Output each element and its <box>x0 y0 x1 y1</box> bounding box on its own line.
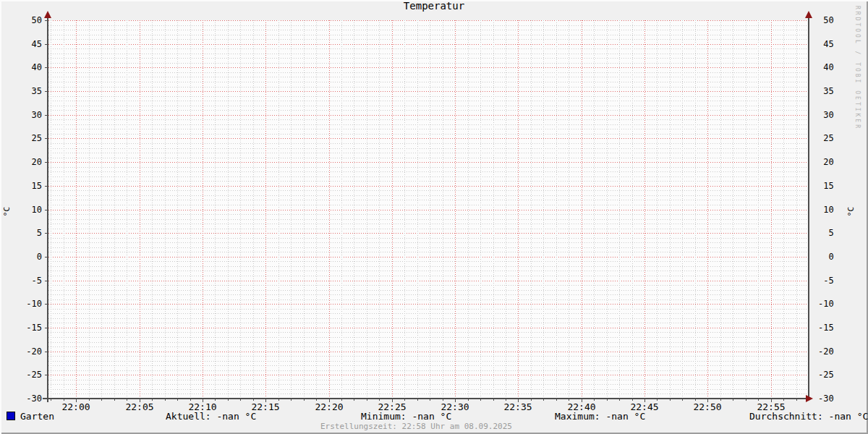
x-axis-tick <box>316 399 317 401</box>
gridline <box>468 20 469 399</box>
gridline <box>543 20 544 399</box>
y-tick-label-left: 10 <box>14 204 42 216</box>
stat-durchschnitt: Durchschnitt: -nan °C <box>749 411 868 422</box>
gridline <box>265 20 266 399</box>
y-tick-label-right: -10 <box>818 298 851 310</box>
x-axis-tick <box>569 399 569 401</box>
x-axis-tick <box>392 399 393 402</box>
x-axis-tick <box>329 399 330 402</box>
x-axis-tick <box>278 399 279 401</box>
x-axis-tick <box>291 399 292 401</box>
y-tick-label-left: -25 <box>14 369 42 380</box>
x-axis-tick <box>582 399 582 402</box>
gridline <box>518 20 519 399</box>
y-tick-label-left: 25 <box>14 132 42 144</box>
x-axis-tick <box>695 399 696 401</box>
gridline <box>657 20 658 399</box>
y-tick-label-right: 15 <box>818 180 851 192</box>
x-axis-tick <box>518 399 519 402</box>
stat-aktuell: Aktuell: -nan °C <box>166 411 256 422</box>
y-axis-line-right <box>808 17 809 399</box>
rrdtool-temperature-graph: Temperatur RRDTOOL / TOBI OETIKER °C °C … <box>0 0 868 434</box>
y-tick-label-left: -15 <box>14 322 42 333</box>
y-tick-label-right: -30 <box>818 393 851 404</box>
gridline <box>417 20 418 399</box>
gridline <box>455 20 456 399</box>
x-axis-tick <box>682 399 683 401</box>
y-tick-label-right: -15 <box>818 322 851 333</box>
gridline <box>443 20 443 399</box>
page-title: Temperatur <box>0 0 868 12</box>
x-axis-tick <box>733 399 733 401</box>
x-axis-arrow-icon <box>806 395 813 402</box>
x-axis-tick <box>771 399 772 402</box>
gridline <box>89 20 90 399</box>
gridline <box>632 20 633 399</box>
gridline <box>316 20 317 399</box>
y-tick-label-left: -10 <box>14 298 42 310</box>
x-axis-tick <box>140 399 140 402</box>
x-axis-tick <box>430 399 430 401</box>
gridline <box>190 20 191 399</box>
legend-swatch-garten <box>7 412 15 420</box>
gridline <box>215 20 216 399</box>
gridline <box>76 20 77 399</box>
x-axis-tick <box>796 399 797 401</box>
y-tick-label-right: 45 <box>818 38 851 50</box>
creation-timestamp: Erstellungszeit: 22:58 Uhr am 08.09.2025 <box>320 422 512 431</box>
gridline <box>177 20 178 399</box>
x-axis-tick <box>607 399 608 401</box>
x-axis-tick <box>531 399 532 401</box>
gridline <box>51 20 51 399</box>
gridline <box>304 20 305 399</box>
gridline <box>607 20 608 399</box>
gridline <box>392 20 393 399</box>
y-tick-label-left: 40 <box>14 61 42 73</box>
x-axis-tick <box>594 399 595 401</box>
x-axis-tick <box>127 399 127 401</box>
gridline <box>127 20 127 399</box>
gridline <box>644 20 645 399</box>
x-tick-label: 22:00 <box>54 401 98 412</box>
gridline <box>278 20 279 399</box>
gridline <box>707 20 708 399</box>
gridline <box>531 20 532 399</box>
x-axis-tick <box>190 399 191 401</box>
x-axis-tick <box>720 399 721 401</box>
x-axis-tick <box>404 399 405 401</box>
x-tick-label: 22:05 <box>118 401 161 412</box>
y-tick-label-left: -5 <box>14 275 42 286</box>
y-tick-label-right: -25 <box>818 369 851 380</box>
x-axis-tick <box>443 399 443 401</box>
gridline <box>594 20 595 399</box>
gridline <box>253 20 254 399</box>
x-axis-tick <box>480 399 481 401</box>
x-axis-tick <box>556 399 557 401</box>
x-axis-tick <box>165 399 166 401</box>
x-axis-tick <box>341 399 342 401</box>
y-axis-arrow-left-icon <box>44 11 51 18</box>
x-axis-tick <box>253 399 254 401</box>
x-axis-tick <box>265 399 266 402</box>
y-tick-label-right: 20 <box>818 156 851 168</box>
y-tick-label-left: -20 <box>14 346 42 357</box>
x-axis-tick <box>367 399 367 401</box>
gridline <box>556 20 557 399</box>
gridline <box>506 20 506 399</box>
gridline <box>682 20 683 399</box>
x-axis-tick <box>379 399 380 401</box>
x-axis-tick <box>240 399 241 401</box>
gridline <box>758 20 759 399</box>
y-tick-label-left: 15 <box>14 180 42 192</box>
x-axis-tick <box>152 399 153 401</box>
y-tick-label-right: 40 <box>818 61 851 73</box>
y-tick-label-right: -20 <box>818 346 851 357</box>
y-tick-label-right: 25 <box>818 132 851 144</box>
gridline <box>165 20 166 399</box>
y-axis-line-left <box>47 17 48 402</box>
x-axis-tick <box>746 399 746 401</box>
gridline <box>480 20 481 399</box>
gridline <box>203 20 203 399</box>
y-tick-label-left: 20 <box>14 156 42 168</box>
x-axis-tick <box>417 399 418 401</box>
